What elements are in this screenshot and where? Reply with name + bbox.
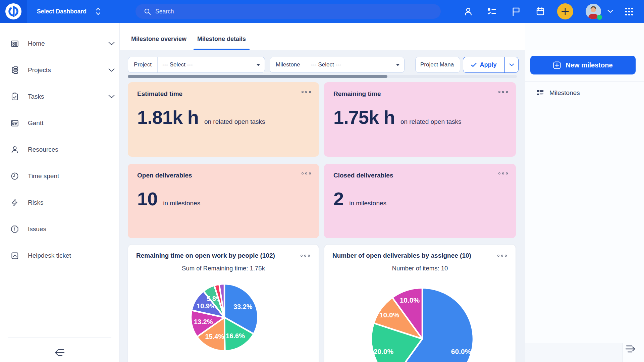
sidebar-divider — [8, 338, 111, 338]
kpi-suffix: on related open tasks — [204, 118, 265, 125]
sidebar-item-helpdesk-ticket[interactable]: Helpdesk ticket — [0, 242, 119, 269]
card-menu-icon[interactable] — [301, 172, 312, 175]
chevron-down-icon — [607, 10, 613, 13]
apply-options-button[interactable] — [504, 57, 518, 72]
project-manager-filter[interactable]: Project Mana — [415, 57, 460, 73]
clock-icon — [10, 172, 19, 180]
horizontal-scrollbar-track[interactable] — [128, 75, 517, 78]
sidebar-item-resources[interactable]: Resources — [0, 136, 119, 163]
sidebar-item-gantt[interactable]: Gantt — [0, 110, 119, 136]
sidebar-item-risks[interactable]: Risks — [0, 189, 119, 216]
card-menu-icon[interactable] — [497, 254, 507, 257]
main-content: Milestone overview Milestone details Pro… — [120, 23, 525, 362]
chevron-down-icon — [509, 63, 514, 66]
kpi-title: Closed deliverables — [333, 172, 506, 179]
card-menu-icon[interactable] — [300, 254, 311, 257]
chevron-down-icon[interactable] — [108, 42, 115, 45]
sidebar-item-issues[interactable]: Issues — [0, 216, 119, 242]
card-menu-icon[interactable] — [301, 90, 312, 94]
tab-label: Milestone details — [197, 36, 246, 43]
card-menu-icon[interactable] — [498, 172, 508, 175]
svg-text:33.2%: 33.2% — [233, 303, 253, 310]
project-manager-filter-value: Project Mana — [416, 61, 460, 68]
sidebar-item-projects[interactable]: Projects — [0, 57, 119, 83]
tab-milestone-details[interactable]: Milestone details — [194, 28, 250, 50]
svg-text:60.0%: 60.0% — [451, 348, 471, 355]
logo-icon — [5, 3, 22, 20]
svg-text:13.2%: 13.2% — [194, 318, 213, 325]
dropdown-caret-icon — [396, 64, 399, 68]
sidebar-item-time-spent[interactable]: Time spent — [0, 163, 119, 189]
sidebar-label: Projects — [28, 66, 51, 74]
sidebar-label: Time spent — [28, 172, 59, 180]
chevron-down-icon[interactable] — [108, 68, 115, 72]
sidebar-label: Tasks — [28, 93, 44, 100]
tab-bar: Milestone overview Milestone details — [120, 23, 525, 50]
horizontal-scrollbar-thumb[interactable] — [128, 75, 387, 78]
sidebar-label: Gantt — [28, 119, 43, 127]
kpi-card-closed-deliverables: Closed deliverables 2 in milestones — [324, 164, 516, 238]
chart-card-remaining-time-by-people: Remaining time on open work by people (1… — [128, 244, 319, 362]
avatar-menu-chevron[interactable] — [606, 0, 614, 23]
milestone-filter-select[interactable]: --- Select --- — [306, 61, 404, 68]
chart-title: Number of open deliverables by assignee … — [332, 252, 471, 259]
sidebar-label: Helpdesk ticket — [28, 252, 71, 259]
collapse-left-icon — [54, 348, 66, 357]
dashboard-selector[interactable]: Select Dashboard — [37, 0, 100, 23]
alert-octagon-icon — [10, 225, 19, 234]
search-placeholder: Search — [155, 8, 174, 15]
svg-text:10.0%: 10.0% — [400, 296, 420, 304]
flag-button[interactable] — [510, 0, 522, 23]
project-filter-select[interactable]: --- Select --- — [158, 61, 265, 68]
search-input[interactable]: Search — [136, 4, 441, 19]
sidebar-item-tasks[interactable]: Tasks — [0, 83, 119, 110]
card-menu-icon[interactable] — [498, 90, 508, 94]
right-panel: New milestone Milestones — [525, 23, 644, 362]
panel-footer — [525, 343, 623, 362]
collapse-sidebar-button[interactable] — [54, 348, 66, 357]
kpi-card-open-deliverables: Open deliverables 10 in milestones — [128, 164, 319, 238]
svg-text:15.4%: 15.4% — [205, 333, 224, 340]
kpi-title: Remaining time — [333, 90, 506, 98]
person-icon — [10, 145, 19, 154]
quick-add-button[interactable] — [557, 3, 573, 19]
dashboard-icon — [10, 39, 19, 48]
chart-subtitle: Number of items: 10 — [324, 265, 516, 272]
chevron-down-icon[interactable] — [108, 95, 115, 98]
sidebar-label: Resources — [28, 146, 58, 153]
new-milestone-label: New milestone — [566, 61, 612, 69]
milestones-list-item[interactable]: Milestones — [525, 86, 644, 100]
app-logo[interactable] — [0, 0, 27, 23]
divider — [623, 343, 623, 362]
project-filter: Project --- Select --- — [128, 57, 265, 73]
svg-text:20.0%: 20.0% — [374, 348, 394, 355]
kpi-suffix: in milestones — [349, 200, 386, 207]
search-icon — [144, 8, 151, 15]
kpi-value: 1.81k h — [137, 106, 199, 128]
online-status-dot — [597, 15, 602, 20]
milestone-filter: Milestone --- Select --- — [270, 57, 405, 73]
sidebar-item-home[interactable]: Home — [0, 30, 119, 57]
tasks-checklist-button[interactable] — [486, 0, 497, 23]
apply-button-label: Apply — [480, 61, 496, 68]
new-milestone-button[interactable]: New milestone — [530, 56, 636, 74]
apps-grid-button[interactable] — [623, 0, 635, 23]
collapse-right-panel-button[interactable] — [624, 344, 636, 354]
kpi-value: 1.75k h — [333, 106, 395, 128]
chart-card-open-deliverables-by-assignee: Number of open deliverables by assignee … — [324, 244, 516, 362]
kpi-value: 10 — [137, 188, 157, 210]
calendar-button[interactable] — [535, 0, 546, 23]
plus-square-icon — [553, 61, 561, 69]
sidebar-label: Home — [28, 40, 45, 47]
flag-icon — [512, 7, 520, 16]
kpi-value: 2 — [333, 188, 343, 210]
user-button[interactable] — [463, 0, 474, 23]
dropdown-caret-icon — [257, 64, 260, 68]
calendar-icon — [536, 7, 545, 16]
tab-milestone-overview[interactable]: Milestone overview — [127, 28, 190, 50]
pie-chart-remaining-time: 33.2%16.6%15.4%13.2%10.9%5.8% — [188, 281, 261, 354]
lightning-icon — [10, 198, 19, 207]
sort-chevrons-icon — [96, 8, 100, 15]
apply-button[interactable]: Apply — [463, 57, 504, 72]
check-icon — [471, 63, 477, 67]
